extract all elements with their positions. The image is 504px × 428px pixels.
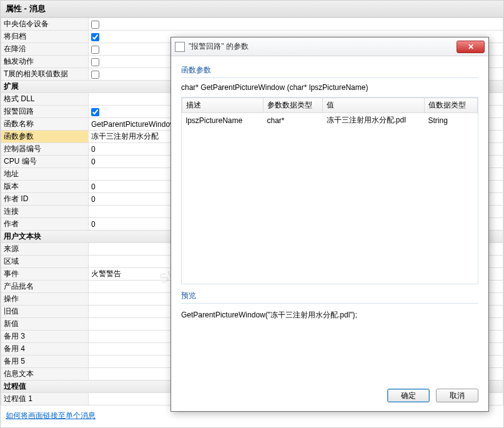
close-button[interactable]: ✕ — [457, 41, 485, 53]
row-archive[interactable]: 将归档 — [1, 31, 89, 43]
row-format-dll[interactable]: 格式 DLL — [1, 93, 89, 106]
row-connection[interactable]: 连接 — [1, 206, 89, 218]
page-title: 属性 - 消息 — [1, 1, 503, 17]
help-link[interactable]: 如何将画面链接至单个消息 — [1, 406, 101, 426]
checkbox-falling-edge[interactable] — [91, 46, 99, 54]
param-row[interactable]: lpszPictureName char* 冻干三注射用水分配.pdl Stri… — [182, 113, 478, 128]
col-desc[interactable]: 描述 — [182, 98, 264, 113]
row-new-value[interactable]: 新值 — [1, 318, 89, 331]
checkbox-alarm-loop[interactable] — [91, 108, 99, 116]
row-area[interactable]: 区域 — [1, 256, 89, 268]
row-batch[interactable]: 产品批名 — [1, 281, 89, 293]
cancel-button[interactable]: 取消 — [436, 389, 478, 402]
function-signature: char* GetParentPictureWindow (char* lpsz… — [181, 82, 478, 97]
group-function-params: 函数参数 — [181, 65, 478, 78]
dialog-titlebar[interactable]: "报警回路" 的参数 ✕ — [171, 37, 488, 56]
cell-value[interactable]: 冻干三注射用水分配.pdl — [323, 113, 425, 128]
dialog-title-text: "报警回路" 的参数 — [189, 41, 453, 52]
row-address[interactable]: 地址 — [1, 168, 89, 181]
row-operation[interactable]: 操作 — [1, 293, 89, 306]
cell-desc: lpszPictureName — [182, 113, 264, 128]
col-vtype[interactable]: 值数据类型 — [425, 98, 478, 113]
row-spare5[interactable]: 备用 5 — [1, 356, 89, 368]
row-version[interactable]: 版本 — [1, 181, 89, 193]
row-controller-no[interactable]: 控制器编号 — [1, 143, 89, 156]
row-event[interactable]: 事件 — [1, 268, 89, 281]
row-falling-edge[interactable]: 在降沿 — [1, 43, 89, 56]
checkbox-related-value[interactable] — [91, 71, 99, 79]
row-spare4[interactable]: 备用 4 — [1, 343, 89, 356]
row-spare3[interactable]: 备用 3 — [1, 331, 89, 343]
col-value[interactable]: 值 — [323, 98, 425, 113]
row-author[interactable]: 作者 — [1, 218, 89, 231]
params-dialog: "报警回路" 的参数 ✕ 函数参数 char* GetParentPicture… — [170, 37, 489, 412]
cell-ptype: char* — [264, 113, 323, 128]
row-proc-value1[interactable]: 过程值 1 — [1, 393, 89, 406]
param-table-wrap: 描述 参数数据类型 值 值数据类型 lpszPictureName char* … — [181, 97, 478, 284]
row-source[interactable]: 来源 — [1, 243, 89, 256]
cell-vtype: String — [425, 113, 478, 128]
param-table: 描述 参数数据类型 值 值数据类型 lpszPictureName char* … — [182, 97, 478, 127]
row-trigger-action[interactable]: 触发动作 — [1, 56, 89, 68]
app-icon — [175, 42, 185, 52]
close-icon: ✕ — [468, 42, 474, 51]
row-info-text[interactable]: 信息文本 — [1, 368, 89, 381]
row-cpu-no[interactable]: CPU 编号 — [1, 156, 89, 168]
checkbox-central-signal[interactable] — [91, 21, 99, 29]
preview-text: GetParentPictureWindow("冻干三注射用水分配.pdl"); — [181, 307, 478, 321]
row-alarm-loop[interactable]: 报警回路 — [1, 106, 89, 118]
row-central-signal[interactable]: 中央信令设备 — [1, 18, 89, 31]
checkbox-trigger-action[interactable] — [91, 58, 99, 66]
row-related-value[interactable]: T展的相关联值数据 — [1, 68, 89, 81]
row-function-name[interactable]: 函数名称 — [1, 118, 89, 131]
col-ptype[interactable]: 参数数据类型 — [264, 98, 323, 113]
row-author-id[interactable]: 作者 ID — [1, 193, 89, 206]
ok-button[interactable]: 确定 — [387, 389, 430, 402]
checkbox-archive[interactable] — [91, 33, 99, 41]
group-preview: 预览 — [181, 291, 478, 304]
row-old-value[interactable]: 旧值 — [1, 306, 89, 318]
row-function-params[interactable]: 函数参数 — [1, 131, 89, 143]
